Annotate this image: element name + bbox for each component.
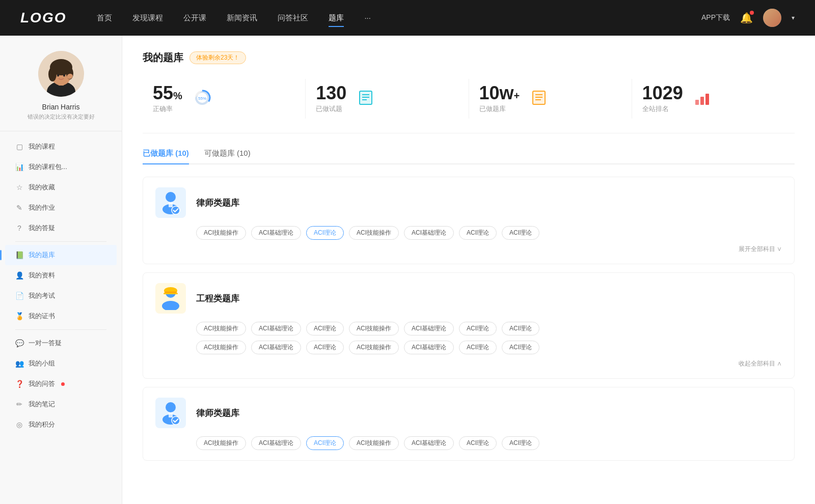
qbank-3-icon-wrap: [155, 398, 186, 428]
profile-motto: 错误的决定比没有决定要好: [28, 113, 95, 121]
eng-tag-r2-2[interactable]: ACI理论: [306, 341, 344, 354]
stat-bank-value: 10w+: [479, 84, 520, 102]
qbank-2-collapse[interactable]: 收起全部科目 ∧: [155, 359, 782, 368]
qbank-card-2: 工程类题库 ACI技能操作 ACI基础理论 ACI理论 ACI技能操作 ACI基…: [143, 272, 795, 379]
qbank-1-header: 律师类题库: [155, 187, 782, 218]
bank-icon: [531, 90, 547, 108]
avatar[interactable]: [763, 9, 781, 27]
tag3-1[interactable]: ACI基础理论: [251, 436, 301, 450]
nav-qa[interactable]: 问答社区: [278, 11, 308, 25]
sidebar-item-homework[interactable]: ✎ 我的作业: [5, 198, 117, 218]
qbank-2-tags-row2: ACI技能操作 ACI基础理论 ACI理论 ACI技能操作 ACI基础理论 AC…: [155, 341, 782, 354]
profile-avatar: [38, 51, 84, 97]
tag3-0[interactable]: ACI技能操作: [196, 436, 246, 450]
sidebar-item-my-data[interactable]: 👤 我的资料: [5, 265, 117, 286]
stat-rank-text: 1029 全站排名: [642, 84, 683, 114]
tab-available[interactable]: 可做题库 (10): [204, 149, 251, 163]
main-layout: Brian Harris 错误的决定比没有决定要好 ▢ 我的课程 📊 我的课程包…: [0, 36, 815, 504]
qbank-1-expand[interactable]: 展开全部科目 ∨: [155, 245, 782, 254]
tag3-3[interactable]: ACI技能操作: [349, 436, 399, 450]
eng-tag-r2-1[interactable]: ACI基础理论: [251, 341, 301, 354]
svg-rect-34: [164, 293, 178, 294]
tabs-row: 已做题库 (10) 可做题库 (10): [143, 149, 795, 164]
nav-questionbank[interactable]: 题库: [329, 11, 344, 25]
nav-home[interactable]: 首页: [97, 11, 112, 25]
tab-done[interactable]: 已做题库 (10): [143, 149, 189, 163]
eng-tag-r1-5[interactable]: ACI理论: [459, 322, 497, 335]
page-title: 我的题库: [143, 51, 183, 65]
file-icon: 📄: [15, 292, 23, 300]
app-download-link[interactable]: APP下载: [701, 13, 730, 22]
user-dropdown-arrow[interactable]: ▾: [792, 14, 795, 21]
eng-tag-r2-0[interactable]: ACI技能操作: [196, 341, 246, 354]
sidebar-item-one-on-one[interactable]: 💬 一对一答疑: [5, 333, 117, 353]
nav-discover[interactable]: 发现课程: [132, 11, 163, 25]
tag-3[interactable]: ACI技能操作: [349, 226, 399, 240]
nav-menu: 首页 发现课程 公开课 新闻资讯 问答社区 题库 ···: [97, 11, 701, 25]
tag-1[interactable]: ACI基础理论: [251, 226, 301, 240]
tag-4[interactable]: ACI基础理论: [404, 226, 454, 240]
sidebar-item-my-questions[interactable]: ❓ 我的问答: [5, 374, 117, 394]
navbar: LOGO 首页 发现课程 公开课 新闻资讯 问答社区 题库 ··· APP下载 …: [0, 0, 815, 36]
svg-rect-24: [700, 97, 704, 105]
tag3-4[interactable]: ACI基础理论: [404, 436, 454, 450]
eng-tag-r1-0[interactable]: ACI技能操作: [196, 322, 246, 335]
logo[interactable]: LOGO: [20, 10, 66, 26]
tag-5[interactable]: ACI理论: [459, 226, 497, 240]
tag-6[interactable]: ACI理论: [502, 226, 539, 240]
rank-icon: [694, 90, 711, 108]
sidebar-item-my-points[interactable]: ◎ 我的积分: [5, 414, 117, 435]
sidebar-item-my-qa[interactable]: ? 我的答疑: [5, 218, 117, 238]
nav-news[interactable]: 新闻资讯: [227, 11, 257, 25]
sidebar-item-my-courses[interactable]: ▢ 我的课程: [5, 136, 117, 157]
my-group-label: 我的小组: [29, 359, 55, 368]
eng-tag-r1-6[interactable]: ACI理论: [502, 322, 539, 335]
eng-tag-r2-3[interactable]: ACI技能操作: [349, 341, 399, 354]
eng-tag-r1-1[interactable]: ACI基础理论: [251, 322, 301, 335]
svg-point-38: [172, 416, 180, 425]
eng-tag-r1-4[interactable]: ACI基础理论: [404, 322, 454, 335]
notification-bell[interactable]: 🔔: [740, 12, 753, 24]
sidebar-divider-2: [15, 329, 106, 330]
tag3-6[interactable]: ACI理论: [502, 436, 539, 450]
sidebar-item-certificate[interactable]: 🏅 我的证书: [5, 306, 117, 326]
eng-tag-r2-6[interactable]: ACI理论: [502, 341, 539, 354]
eng-tag-r2-4[interactable]: ACI基础理论: [404, 341, 454, 354]
tag-2[interactable]: ACI理论: [306, 226, 344, 240]
sidebar-item-my-notes[interactable]: ✏ 我的笔记: [5, 394, 117, 414]
one-on-one-label: 一对一答疑: [29, 339, 62, 348]
eng-tag-r1-2[interactable]: ACI理论: [306, 322, 344, 335]
my-qa-label: 我的答疑: [29, 223, 55, 233]
sidebar-item-my-exam[interactable]: 📄 我的考试: [5, 286, 117, 306]
nav-more[interactable]: ···: [364, 11, 371, 25]
content-area: 我的题库 体验剩余23天！ 55% 正确率 55%: [122, 36, 815, 504]
svg-rect-28: [169, 202, 173, 207]
stat-rank: 1029 全站排名: [632, 79, 795, 119]
avatar-svg: [38, 51, 84, 97]
eng-tag-r1-3[interactable]: ACI技能操作: [349, 322, 399, 335]
question-bank-label: 我的题库: [29, 250, 55, 260]
tag-0[interactable]: ACI技能操作: [196, 226, 246, 240]
tag3-5[interactable]: ACI理论: [459, 436, 497, 450]
svg-point-7: [57, 74, 59, 77]
lawyer-icon-2: [160, 401, 181, 425]
questions-done-icon: [358, 90, 374, 108]
stat-questions-text: 130 已做试题: [316, 84, 346, 114]
sidebar-item-my-group[interactable]: 👥 我的小组: [5, 353, 117, 374]
my-courses-label: 我的课程: [29, 142, 55, 151]
qa-icon: ❓: [15, 380, 23, 388]
stats-row: 55% 正确率 55% 130 已做试题: [143, 79, 795, 133]
tag3-2[interactable]: ACI理论: [306, 436, 344, 450]
nav-opencourse[interactable]: 公开课: [183, 11, 206, 25]
sidebar: Brian Harris 错误的决定比没有决定要好 ▢ 我的课程 📊 我的课程包…: [0, 36, 122, 504]
sidebar-item-course-package[interactable]: 📊 我的课程包...: [5, 157, 117, 177]
stat-questions-label: 已做试题: [316, 104, 346, 114]
sidebar-item-favorites[interactable]: ☆ 我的收藏: [5, 177, 117, 198]
stat-accuracy: 55% 正确率 55%: [143, 79, 306, 119]
sidebar-profile: Brian Harris 错误的决定比没有决定要好: [0, 51, 122, 131]
sidebar-item-question-bank[interactable]: 📗 我的题库: [5, 245, 117, 265]
svg-rect-37: [169, 412, 173, 417]
stat-bank-text: 10w+ 已做题库: [479, 84, 520, 114]
homework-label: 我的作业: [29, 203, 55, 212]
eng-tag-r2-5[interactable]: ACI理论: [459, 341, 497, 354]
